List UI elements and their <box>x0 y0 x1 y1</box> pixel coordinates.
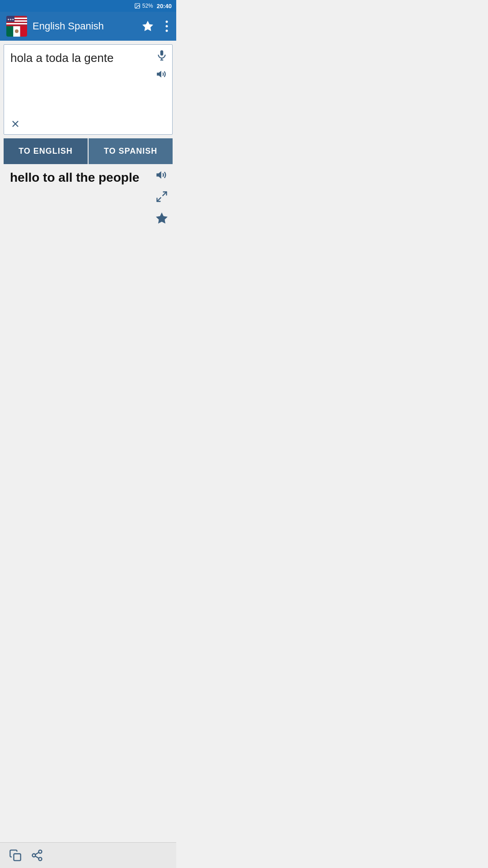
svg-line-23 <box>163 192 166 196</box>
svg-line-24 <box>157 198 161 201</box>
clear-button[interactable] <box>10 119 20 129</box>
to-english-button[interactable]: TO ENGLISH <box>4 138 88 164</box>
star-icon <box>142 20 154 32</box>
input-area <box>4 44 173 135</box>
microphone-icon <box>156 49 168 61</box>
status-bar: 52% 20:40 <box>0 0 176 12</box>
svg-text:★★★: ★★★ <box>7 18 14 21</box>
svg-marker-12 <box>143 21 153 31</box>
svg-rect-5 <box>6 23 27 24</box>
status-icons: 52% 20:40 <box>134 3 172 9</box>
result-text: hello to all the people <box>10 170 147 185</box>
app-title: English Spanish <box>33 20 135 32</box>
speaker-icon <box>156 68 168 80</box>
svg-point-15 <box>166 30 168 32</box>
svg-rect-8 <box>6 26 13 37</box>
input-right-icons <box>156 49 168 80</box>
svg-point-14 <box>166 25 168 28</box>
svg-point-1 <box>136 5 137 5</box>
speak-input-button[interactable] <box>156 68 168 80</box>
svg-point-11 <box>15 29 19 33</box>
svg-marker-22 <box>156 171 161 179</box>
menu-button[interactable] <box>164 19 170 34</box>
svg-point-13 <box>166 21 168 23</box>
result-area: hello to all the people <box>4 164 173 245</box>
favorite-button[interactable] <box>140 19 155 34</box>
battery-status: 52% <box>142 3 153 9</box>
to-spanish-button[interactable]: TO SPANISH <box>89 138 173 164</box>
svg-marker-19 <box>157 71 161 77</box>
result-favorite-button[interactable] <box>155 212 168 225</box>
result-right-icons <box>155 169 168 225</box>
result-speaker-icon <box>155 169 168 181</box>
expand-icon <box>155 190 168 203</box>
svg-marker-25 <box>156 213 167 223</box>
svg-rect-10 <box>20 26 27 37</box>
translate-buttons: TO ENGLISH TO SPANISH <box>4 138 173 164</box>
more-options-icon <box>165 20 168 32</box>
expand-button[interactable] <box>155 190 168 203</box>
image-icon <box>134 3 141 9</box>
app-bar-actions <box>140 19 170 34</box>
input-field[interactable] <box>4 45 172 117</box>
svg-rect-16 <box>160 50 164 56</box>
microphone-button[interactable] <box>156 49 168 61</box>
clear-icon <box>10 119 20 129</box>
app-bar: ★★★ English Spanish <box>0 12 176 41</box>
status-time: 20:40 <box>157 3 172 9</box>
app-logo: ★★★ <box>6 16 27 37</box>
speak-result-button[interactable] <box>155 169 168 181</box>
result-star-icon <box>155 212 168 225</box>
